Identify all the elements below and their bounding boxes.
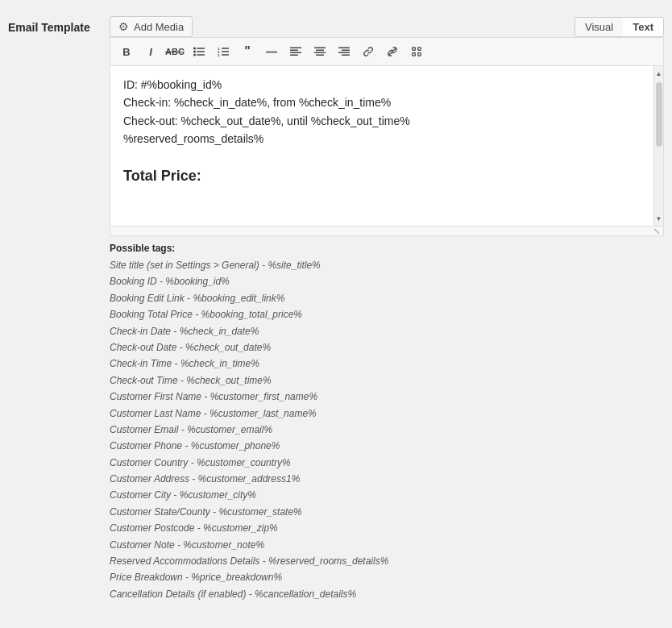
tag-item: Booking Total Price - %booking_total_pri… <box>110 306 664 322</box>
tags-title: Possible tags: <box>110 243 664 254</box>
checkout-line: Check-out: %check_out_date%, until %chec… <box>123 112 650 130</box>
tag-item: Check-out Time - %check_out_time% <box>110 372 664 389</box>
svg-rect-15 <box>290 55 298 56</box>
tag-item: Customer Email - %customer_email% <box>110 422 664 438</box>
tab-text[interactable]: Text <box>623 18 663 36</box>
scrollbar-thumb[interactable] <box>656 82 662 147</box>
tag-item: Customer Address - %customer_address1% <box>110 471 664 487</box>
align-center-button[interactable] <box>309 41 331 62</box>
tag-item: Booking ID - %booking_id% <box>110 273 664 289</box>
blockquote-button[interactable]: " <box>236 41 259 62</box>
svg-rect-17 <box>316 50 324 52</box>
fullscreen-button[interactable] <box>405 41 428 62</box>
resize-icon: ⤡ <box>653 227 660 235</box>
tag-item: Check-in Date - %check_in_date% <box>110 323 664 339</box>
svg-rect-22 <box>338 52 350 54</box>
align-left-button[interactable] <box>284 41 307 62</box>
svg-rect-13 <box>290 50 298 52</box>
svg-point-0 <box>193 48 196 50</box>
bold-button[interactable]: B <box>115 41 138 62</box>
svg-text:3.: 3. <box>218 53 220 56</box>
scrollbar-down[interactable]: ▼ <box>654 211 664 226</box>
unordered-list-button[interactable] <box>188 41 210 62</box>
editor-toolbar: B I ABC 1.2.3. " — <box>110 37 664 65</box>
editor-content[interactable]: ID: #%booking_id% Check-in: %check_in_da… <box>110 66 663 219</box>
svg-rect-18 <box>314 52 326 54</box>
svg-rect-11 <box>222 54 229 56</box>
tag-item: Customer Phone - %customer_phone% <box>110 438 664 454</box>
add-media-label: Add Media <box>134 21 184 33</box>
tag-item: Customer Note - %customer_note% <box>110 537 664 553</box>
svg-rect-9 <box>222 51 229 52</box>
tag-item: Customer Last Name - %customer_last_name… <box>110 405 664 422</box>
scrollbar-up[interactable]: ▲ <box>654 66 664 81</box>
tag-item: Check-in Time - %check_in_time% <box>110 356 664 372</box>
svg-rect-16 <box>314 48 326 49</box>
svg-rect-20 <box>338 48 350 49</box>
booking-id-line: ID: #%booking_id% <box>123 76 650 94</box>
tab-visual[interactable]: Visual <box>575 18 623 36</box>
tag-item: Cancellation Details (if enabled) - %can… <box>110 586 664 602</box>
tag-item: Customer State/County - %customer_state% <box>110 504 664 520</box>
svg-rect-21 <box>342 50 350 52</box>
unlink-button[interactable] <box>381 41 404 62</box>
svg-rect-12 <box>290 48 301 49</box>
editor-resize-handle[interactable]: ⤡ <box>110 227 664 236</box>
tag-item: Price Breakdown - %price_breakdown% <box>110 569 664 585</box>
svg-rect-14 <box>290 52 301 54</box>
align-right-button[interactable] <box>333 41 355 62</box>
svg-rect-19 <box>316 55 324 56</box>
tag-item: Customer Postcode - %customer_zip% <box>110 520 664 536</box>
svg-rect-28 <box>418 53 421 56</box>
tags-list: Site title (set in Settings > General) -… <box>110 257 664 602</box>
page-title: Email Template <box>8 21 90 34</box>
italic-button[interactable]: I <box>139 41 162 62</box>
hr-button[interactable]: — <box>260 41 283 62</box>
svg-rect-27 <box>413 53 415 56</box>
view-tabs: Visual Text <box>575 17 664 37</box>
add-media-button[interactable]: ⚙ Add Media <box>110 16 193 37</box>
svg-rect-1 <box>197 48 205 49</box>
svg-rect-23 <box>342 55 350 56</box>
tag-item: Customer Country - %customer_country% <box>110 455 664 471</box>
svg-rect-3 <box>197 51 205 52</box>
tag-item: Check-out Date - %check_out_date% <box>110 339 664 356</box>
tag-item: Site title (set in Settings > General) -… <box>110 257 664 273</box>
svg-rect-25 <box>413 48 415 50</box>
ordered-list-button[interactable]: 1.2.3. <box>212 41 234 62</box>
svg-point-2 <box>193 51 196 53</box>
editor-area[interactable]: ID: #%booking_id% Check-in: %check_in_da… <box>110 65 664 227</box>
svg-rect-5 <box>197 54 205 56</box>
tag-item: Customer First Name - %customer_first_na… <box>110 389 664 405</box>
total-price-line: Total Price: <box>123 164 650 188</box>
tag-item: Booking Edit Link - %booking_edit_link% <box>110 290 664 306</box>
tag-item: Reserved Accommodations Details - %reser… <box>110 553 664 569</box>
tag-item: Customer City - %customer_city% <box>110 487 664 503</box>
rooms-line: %reserved_rooms_details% <box>123 130 650 148</box>
strikethrough-button[interactable]: ABC <box>164 41 186 62</box>
media-icon: ⚙ <box>118 20 129 33</box>
editor-scrollbar[interactable]: ▲ ▼ <box>653 66 663 226</box>
checkin-line: Check-in: %check_in_date%, from %check_i… <box>123 94 650 111</box>
link-button[interactable] <box>357 41 380 62</box>
svg-point-4 <box>193 54 196 56</box>
tags-section: Possible tags: Site title (set in Settin… <box>110 243 664 602</box>
svg-rect-26 <box>418 48 421 50</box>
svg-rect-7 <box>222 48 229 49</box>
